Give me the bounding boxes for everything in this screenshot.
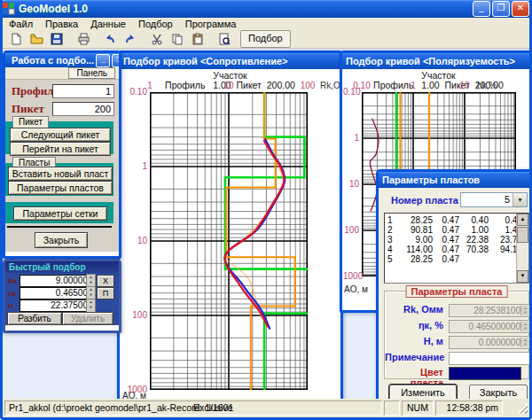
quick-fit-window: Быстрый подбор Rk 9.00000 ▲▼ ηк 0.46500 … — [3, 259, 121, 333]
menu-fit[interactable]: Подбор — [132, 19, 179, 29]
quick-eta-field[interactable]: 0.46500 — [20, 287, 90, 299]
work-panel-window: Работа с подбо... _ □ ✕ Панель Профиль 1… — [3, 51, 121, 259]
x-tick: 1 — [400, 81, 426, 90]
eta-spinner-icon: ▲▼ — [520, 322, 529, 331]
x-tick: 10 — [451, 81, 478, 90]
resistivity-window: Подбор кривой <Сопротивление> Участок Пр… — [117, 51, 343, 401]
layer-color-swatch[interactable] — [449, 367, 521, 380]
redo-arrow-icon — [124, 33, 137, 45]
layer-number-combo[interactable]: 5 ▼ — [460, 192, 528, 207]
layer-row[interactable]: 528.250.47 — [385, 254, 528, 264]
paste-clipboard-icon — [192, 33, 204, 45]
quick-fit-title: Быстрый подбор — [9, 262, 86, 272]
menu-program[interactable]: Программа — [179, 19, 243, 29]
separator — [7, 226, 112, 228]
eta-label: ηк, % — [392, 320, 443, 331]
resistivity-titlebar[interactable]: Подбор кривой <Сопротивление> — [120, 53, 340, 69]
x-tick: 100 — [294, 81, 321, 90]
quick-rk-field[interactable]: 9.00000 — [20, 275, 90, 287]
panel-menu-item[interactable]: Панель — [68, 67, 115, 79]
scroll-up-icon[interactable]: ▲ — [517, 214, 528, 226]
layer-row[interactable]: 39.000.4722.3823.78 — [385, 235, 528, 245]
status-empty-panel — [384, 401, 400, 416]
y-tick: 1 — [343, 133, 359, 143]
quick-x-button[interactable]: X — [97, 275, 114, 287]
x-axis-unit-label: Rk,Омм — [320, 81, 340, 90]
y-tick: 10 — [343, 179, 359, 189]
open-button[interactable] — [27, 30, 46, 48]
layer-row[interactable]: 4114.000.4770.3894.15 — [385, 245, 528, 254]
menu-file[interactable]: Файл — [3, 19, 39, 29]
print-button[interactable] — [74, 30, 93, 48]
restore-button[interactable]: ❐ — [492, 1, 510, 17]
dialog-body: Номер пласта 5 ▼ 128.250.470.400.40 290.… — [379, 188, 529, 401]
minimize-button[interactable]: _ — [473, 1, 490, 17]
layer-row[interactable]: 128.250.470.400.40 — [385, 215, 528, 225]
copy-button[interactable] — [168, 30, 187, 48]
scissors-icon — [151, 33, 163, 45]
podbor-button[interactable]: Подбор — [240, 30, 291, 48]
picket-field[interactable]: 200 — [52, 102, 114, 116]
layer-row[interactable]: 290.810.471.001.40 — [385, 225, 528, 235]
save-button[interactable] — [47, 30, 66, 48]
new-button[interactable] — [6, 30, 26, 48]
window-title: GeoModel 1.0 — [19, 3, 471, 15]
preview-button[interactable] — [215, 30, 234, 48]
open-folder-icon — [30, 33, 43, 45]
work-maximize-button[interactable]: □ — [112, 54, 119, 67]
rk-spinner-icon: ▲▼ — [520, 306, 529, 315]
cut-button[interactable] — [147, 30, 167, 48]
profile-field[interactable]: 1 — [52, 84, 114, 98]
goto-picket-button[interactable]: Перейти на пикет — [10, 142, 111, 156]
paste-button[interactable] — [188, 30, 207, 48]
layer-params-button[interactable]: Параметры пластов — [8, 181, 113, 195]
statusbar: Pr1_akkol (d:\proekt geomodel\pr1_ak-Rec… — [3, 399, 529, 417]
close-button[interactable]: ✕ — [512, 1, 529, 17]
scroll-thumb[interactable] — [517, 227, 528, 243]
print-preview-icon — [218, 33, 231, 45]
menu-data[interactable]: Данные — [84, 19, 132, 29]
next-picket-button[interactable]: Следующий пикет — [10, 128, 111, 142]
y-tick: 100 — [121, 310, 147, 320]
main-titlebar[interactable]: GeoModel 1.0 _ ❐ ✕ — [0, 0, 532, 18]
scroll-down-icon[interactable]: ▼ — [517, 270, 528, 283]
toolbar: Подбор — [3, 30, 529, 49]
undo-button[interactable] — [100, 30, 120, 48]
x-tick: 10 — [215, 81, 242, 90]
work-panel-titlebar[interactable]: Работа с подбо... _ □ ✕ — [5, 53, 119, 67]
eta-field: 0.465000000▲▼ — [449, 320, 529, 333]
insert-layer-button[interactable]: Вставить новый пласт — [8, 167, 113, 181]
resize-grip[interactable] — [517, 403, 528, 414]
status-mode: Exclusive — [193, 401, 232, 415]
quick-h-field[interactable]: 22.37500 — [20, 299, 90, 312]
app-logo-icon — [3, 3, 15, 15]
quick-p-button[interactable]: П — [97, 287, 114, 299]
note-field[interactable] — [449, 352, 529, 365]
resistivity-body: Участок Профиль 1.00 Пикет 200.00 AO, м … — [120, 69, 340, 401]
work-minimize-button[interactable]: _ — [96, 54, 110, 67]
layer-params-group: Параметры пласта Rk, Омм 28.2538100▲▼ ηк… — [384, 291, 529, 379]
listbox-scrollbar[interactable]: ▲ ▼ — [516, 214, 528, 283]
redo-button[interactable] — [121, 30, 140, 48]
quick-eta-label: ηк — [8, 290, 16, 298]
new-page-icon — [10, 33, 22, 45]
h-spinner-icon: ▲▼ — [520, 338, 529, 347]
polarization-titlebar[interactable]: Подбор кривой <Поляризуемость> — [342, 53, 529, 69]
split-button[interactable]: Разбить — [7, 312, 62, 325]
menu-edit[interactable]: Правка — [39, 19, 84, 29]
status-record-panel: Pr1_akkol (d:\proekt geomodel\pr1_ak-Rec… — [4, 401, 382, 416]
quick-fit-titlebar[interactable]: Быстрый подбор — [5, 261, 119, 273]
y-tick: 1000 — [343, 271, 359, 281]
y-tick: 0.10 — [343, 87, 359, 97]
pol-y-axis-label: AO, м — [344, 284, 368, 294]
panel-menu-strip: Панель — [5, 67, 119, 80]
dialog-titlebar[interactable]: Параметры пластов — [379, 172, 529, 188]
resistivity-chart[interactable] — [150, 92, 309, 392]
quick-h-spinner[interactable]: ▲▼ — [86, 299, 96, 313]
grid-params-button[interactable]: Параметры сетки — [13, 206, 107, 221]
work-close-action-button[interactable]: Закрыть — [35, 232, 88, 248]
layer-listbox[interactable]: 128.250.470.400.40 290.810.471.001.40 39… — [384, 213, 529, 284]
status-num-lock: NUM — [402, 401, 434, 416]
delete-button: Удалить — [62, 312, 113, 325]
combo-dropdown-icon[interactable]: ▼ — [512, 193, 527, 206]
